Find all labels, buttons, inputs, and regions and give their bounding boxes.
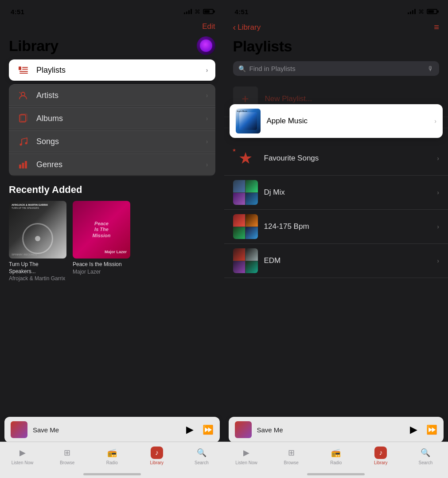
right-skip-forward-button[interactable]: ⏩: [426, 424, 437, 435]
artists-chevron-icon: ›: [206, 92, 208, 99]
now-playing-art: [11, 421, 27, 438]
right-now-playing-controls: ▶ ⏩: [410, 424, 437, 435]
album-item-0[interactable]: AFROJACK & MARTIN GARRIX TURN UP THE SPE…: [9, 201, 66, 282]
library-icon-wrap: ♪: [151, 447, 163, 459]
right-tab-search-label: Search: [419, 460, 433, 465]
tab-radio[interactable]: 📻 Radio: [90, 447, 134, 465]
songs-chevron-icon: ›: [206, 138, 208, 145]
right-play-button[interactable]: ▶: [410, 424, 417, 435]
menu-icon[interactable]: ≡: [434, 22, 439, 32]
124-175-bpm-art: [233, 214, 258, 239]
edit-button[interactable]: Edit: [202, 22, 215, 31]
left-status-icons: ⌘: [184, 8, 214, 15]
124-175-bpm-chevron-icon: ›: [437, 223, 439, 230]
tab-radio-label: Radio: [106, 460, 118, 465]
songs-icon: [16, 137, 30, 146]
library-item-albums[interactable]: Albums ›: [9, 107, 215, 129]
now-playing-controls: ▶ ⏩: [186, 424, 214, 435]
right-tab-library[interactable]: ♪ Library: [358, 447, 403, 465]
playlists-icon: [16, 65, 30, 75]
playlist-item-favourite-songs[interactable]: ★ ★ Favourite Songs ›: [224, 141, 448, 176]
library-item-songs[interactable]: Songs ›: [9, 130, 215, 153]
recently-added-title: Recently Added: [0, 176, 224, 201]
library-list: Playlists ›: [0, 59, 224, 81]
right-signal-bars-icon: [408, 9, 416, 14]
dj-mix-art: [233, 180, 258, 205]
now-playing-title: Save Me: [33, 426, 186, 434]
right-screen: 4:51 ⌘ ‹ Library ≡ Playlists 🔍 Find in P…: [224, 0, 448, 478]
svg-line-6: [19, 92, 20, 93]
library-item-playlists[interactable]: Playlists ›: [9, 59, 215, 81]
new-playlist-label: New Playlist...: [265, 94, 312, 103]
left-page-header: Edit: [0, 20, 224, 35]
library-item-genres[interactable]: Genres ›: [9, 153, 215, 175]
tab-library-label: Library: [150, 460, 164, 465]
apple-music-chevron-icon: ›: [434, 118, 436, 125]
tab-search[interactable]: 🔍 Search: [179, 447, 224, 465]
mic-icon[interactable]: 🎙: [428, 65, 434, 72]
dj-mix-chevron-icon: ›: [437, 189, 439, 196]
left-now-playing-bar[interactable]: Save Me ▶ ⏩: [4, 417, 220, 443]
tab-listen-now[interactable]: ▶ Listen Now: [0, 447, 45, 465]
listen-now-icon: ▶: [19, 448, 26, 458]
right-tab-radio-label: Radio: [330, 460, 342, 465]
right-tab-listen-now-label: Listen Now: [235, 460, 257, 465]
right-tab-radio[interactable]: 📻 Radio: [314, 447, 358, 465]
right-tab-listen-now[interactable]: ▶ Listen Now: [224, 447, 269, 465]
albums-label: Albums: [36, 114, 206, 123]
svg-rect-0: [19, 67, 21, 70]
right-tab-search[interactable]: 🔍 Search: [403, 447, 448, 465]
search-bar[interactable]: 🔍 Find in Playlists 🎙: [233, 61, 440, 76]
apple-music-item[interactable]: Apple Music Apple Music ›: [230, 104, 443, 138]
svg-point-5: [21, 92, 25, 96]
dj-mix-label: Dj Mix: [264, 188, 437, 197]
svg-rect-11: [19, 165, 21, 168]
right-listen-now-icon: ▶: [243, 448, 249, 458]
tab-browse-label: Browse: [60, 460, 74, 465]
radio-icon-wrap: 📻: [106, 447, 118, 459]
right-page-header: ‹ Library ≡: [224, 20, 448, 36]
right-title-row: Playlists: [224, 36, 448, 58]
artists-icon: [16, 90, 30, 100]
star-small-icon: ★: [232, 148, 236, 153]
playlists-title: Playlists: [233, 38, 292, 55]
right-now-playing-bar[interactable]: Save Me ▶ ⏩: [229, 417, 444, 443]
right-search-tab-icon: 🔍: [421, 448, 430, 458]
back-button[interactable]: ‹ Library: [233, 22, 261, 32]
playlist-item-dj-mix[interactable]: Dj Mix ›: [224, 176, 448, 210]
genres-icon: [16, 160, 30, 169]
playlists-chevron-icon: ›: [206, 67, 208, 74]
artists-label: Artists: [36, 91, 206, 100]
right-tab-browse[interactable]: ⊞ Browse: [269, 447, 314, 465]
tab-search-label: Search: [195, 460, 209, 465]
tab-listen-now-label: Listen Now: [12, 460, 33, 465]
profile-avatar[interactable]: [197, 36, 215, 55]
favourite-songs-label: Favourite Songs: [264, 154, 437, 163]
library-item-artists[interactable]: Artists ›: [9, 84, 215, 106]
right-wifi-icon: ⌘: [418, 8, 424, 15]
play-button[interactable]: ▶: [186, 424, 194, 435]
favourite-songs-art: ★: [233, 146, 258, 171]
right-tab-bar: ▶ Listen Now ⊞ Browse 📻 Radio ♪ Library …: [224, 442, 448, 478]
left-time: 4:51: [11, 8, 24, 16]
library-title: Library: [9, 37, 58, 55]
playlist-list: ★ ★ Favourite Songs › Dj Mix ›: [224, 141, 448, 278]
signal-bars-icon: [184, 9, 192, 14]
playlist-item-124-175-bpm[interactable]: 124-175 Bpm ›: [224, 210, 448, 244]
right-status-bar: 4:51 ⌘: [224, 0, 448, 20]
genres-label: Genres: [36, 160, 206, 169]
right-tab-browse-label: Browse: [284, 460, 298, 465]
right-browse-icon: ⊞: [288, 448, 295, 458]
listen-now-icon-wrap: ▶: [16, 447, 29, 459]
genres-chevron-icon: ›: [206, 161, 208, 168]
right-now-playing-art: [235, 421, 252, 438]
playlist-item-edm[interactable]: EDM ›: [224, 244, 448, 278]
edm-art: [233, 248, 258, 273]
browse-icon: ⊞: [64, 448, 70, 458]
skip-forward-button[interactable]: ⏩: [203, 424, 214, 435]
wifi-icon: ⌘: [195, 8, 200, 15]
star-icon: ★: [238, 149, 253, 168]
tab-browse[interactable]: ⊞ Browse: [45, 447, 90, 465]
album-item-1[interactable]: PeaceIs TheMission Major Lazer Peace Is …: [73, 201, 130, 282]
tab-library[interactable]: ♪ Library: [134, 447, 179, 465]
